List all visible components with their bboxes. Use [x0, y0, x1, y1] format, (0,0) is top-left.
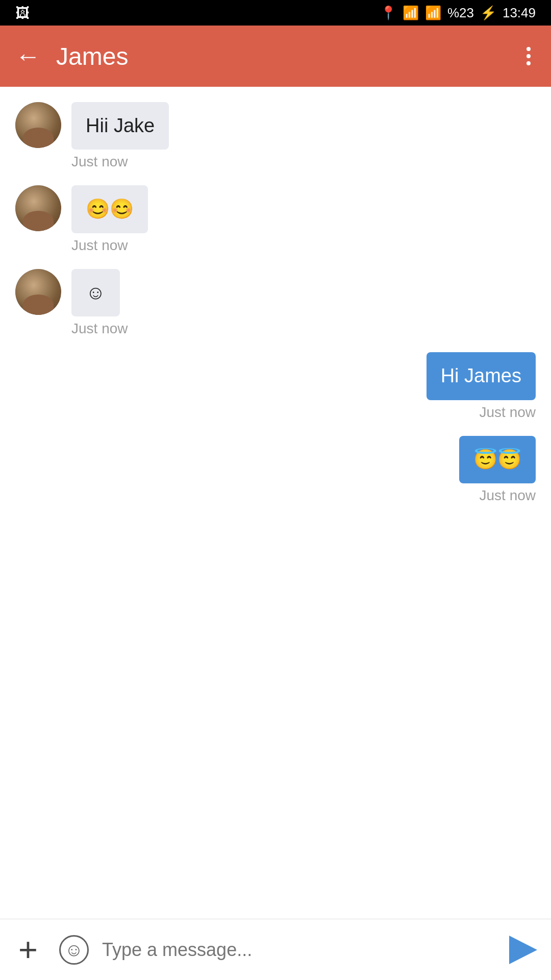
- app-bar: ← James: [0, 26, 551, 87]
- input-bar: +: [0, 919, 551, 980]
- message-row: ☺ Just now: [15, 269, 536, 337]
- message-row: 😊😊 Just now: [15, 185, 536, 253]
- message-bubble: 😇😇: [459, 436, 536, 483]
- location-icon: 📍: [380, 5, 396, 21]
- wifi-icon: 📶: [403, 5, 419, 21]
- send-icon: [509, 936, 537, 964]
- messages-area: Hii Jake Just now 😊😊 Just now ☺ Just now: [0, 87, 551, 919]
- avatar: [15, 185, 61, 231]
- message-input[interactable]: [102, 939, 495, 961]
- dot2: [527, 54, 531, 58]
- message-bubble: ☺: [71, 269, 120, 316]
- message-timestamp: Just now: [71, 154, 128, 170]
- photo-icon: 🖼: [15, 5, 30, 21]
- chat-title: James: [56, 42, 521, 70]
- message-text: 😇😇: [473, 449, 521, 470]
- add-attachment-button[interactable]: +: [10, 932, 46, 968]
- message-text: 😊😊: [86, 198, 134, 219]
- message-content: 😊😊: [15, 185, 148, 233]
- emoji-icon: [59, 935, 89, 965]
- message-timestamp: Just now: [480, 404, 536, 421]
- status-bar: 🖼 📍 📶 📶 %23 ⚡ 13:49: [0, 0, 551, 26]
- avatar: [15, 269, 61, 315]
- back-button[interactable]: ←: [15, 43, 41, 69]
- message-timestamp: Just now: [480, 487, 536, 504]
- more-options-button[interactable]: [521, 42, 536, 70]
- message-text: ☺: [86, 282, 106, 303]
- message-bubble: 😊😊: [71, 185, 148, 233]
- message-row: Hii Jake Just now: [15, 102, 536, 170]
- message-bubble: Hi James: [427, 352, 536, 400]
- plus-icon: +: [18, 933, 38, 966]
- message-timestamp: Just now: [71, 237, 128, 254]
- dot1: [527, 47, 531, 51]
- battery-icon: ⚡: [480, 5, 496, 21]
- message-text: Hi James: [441, 365, 521, 386]
- message-content: Hii Jake: [15, 102, 169, 150]
- time-display: 13:49: [503, 5, 536, 21]
- message-bubble: Hii Jake: [71, 102, 169, 150]
- message-text: Hii Jake: [86, 115, 155, 136]
- message-content: ☺: [15, 269, 120, 316]
- message-row: Hi James Just now: [15, 352, 536, 420]
- battery-text: %23: [447, 5, 474, 21]
- avatar: [15, 102, 61, 148]
- message-timestamp: Just now: [71, 321, 128, 337]
- signal-icon: 📶: [425, 5, 441, 21]
- dot3: [527, 61, 531, 65]
- send-button[interactable]: [505, 932, 541, 968]
- message-row: 😇😇 Just now: [15, 436, 536, 504]
- emoji-button[interactable]: [56, 932, 92, 968]
